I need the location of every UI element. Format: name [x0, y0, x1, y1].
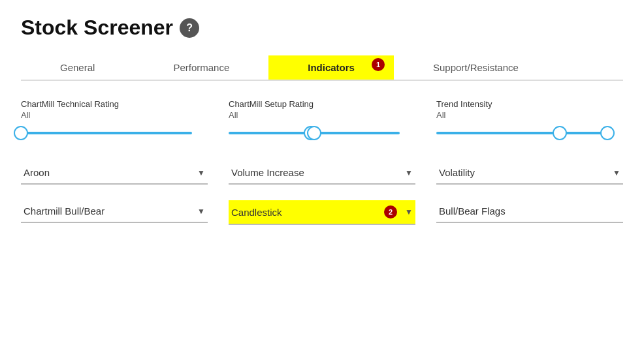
slider-chartmill-technical-rating: ChartMill Technical Rating All — [21, 99, 208, 141]
dropdown-aroon-arrow: ▼ — [197, 168, 205, 177]
tab-general[interactable]: General — [21, 55, 134, 80]
slider-chartmill-technical-rating-track[interactable] — [21, 125, 192, 141]
dropdown-chartmill-bull-bear-arrow: ▼ — [197, 207, 205, 216]
dropdowns-row1: Aroon ▼ Volume Increase ▼ Volatility ▼ — [21, 162, 623, 185]
tab-indicators[interactable]: Indicators 1 — [268, 55, 394, 80]
slider-chartmill-setup-rating-label: ChartMill Setup Rating — [229, 99, 400, 109]
slider-trend-intensity-track[interactable] — [436, 125, 607, 141]
slider-trend-intensity: Trend Intensity All — [436, 99, 623, 141]
col-spacer-1 — [208, 99, 229, 141]
col-spacer-2 — [415, 99, 436, 141]
slider-track-2 — [229, 132, 400, 134]
dropdown-chartmill-bull-bear-label: Chartmill Bull/Bear — [24, 205, 192, 217]
dropdown-volatility-arrow: ▼ — [613, 168, 620, 177]
help-icon[interactable]: ? — [180, 18, 199, 38]
dropdown-candlestick-badge: 2 — [384, 205, 397, 219]
tab-support-resistance[interactable]: Support/Resistance — [394, 55, 558, 80]
dropdown-chartmill-bull-bear[interactable]: Chartmill Bull/Bear ▼ — [21, 200, 208, 223]
dropdowns-row2: Chartmill Bull/Bear ▼ Candlestick 2 ▼ Bu… — [21, 200, 623, 225]
dropdown-volatility-label: Volatility — [439, 167, 607, 178]
slider-thumb-2b[interactable] — [307, 126, 321, 140]
dropdown-aroon[interactable]: Aroon ▼ — [21, 162, 208, 185]
main-page: Stock Screener ? General Performance Ind… — [0, 0, 644, 241]
slider-thumb-3a[interactable] — [553, 126, 567, 140]
dropdown-bull-bear-flags[interactable]: Bull/Bear Flags — [436, 200, 623, 223]
slider-chartmill-setup-rating-track[interactable] — [229, 125, 400, 141]
dropdown-candlestick-label: Candlestick — [231, 207, 384, 218]
dropdown-volume-increase-arrow: ▼ — [405, 168, 413, 177]
dropdown-candlestick[interactable]: Candlestick 2 ▼ — [229, 200, 415, 225]
col-spacer-4 — [415, 162, 436, 185]
col-spacer-6 — [415, 200, 436, 225]
col-spacer-5 — [208, 200, 229, 225]
dropdown-volatility[interactable]: Volatility ▼ — [436, 162, 623, 185]
dropdown-volume-increase-label: Volume Increase — [231, 167, 400, 178]
slider-trend-intensity-label: Trend Intensity — [436, 99, 607, 109]
slider-thumb-1a[interactable] — [14, 126, 28, 140]
page-title: Stock Screener — [21, 16, 173, 40]
dropdown-aroon-label: Aroon — [24, 167, 192, 178]
slider-chartmill-setup-rating: ChartMill Setup Rating All — [229, 99, 415, 141]
slider-chartmill-technical-rating-label: ChartMill Technical Rating — [21, 99, 192, 109]
dropdown-volatility-col: Volatility ▼ — [436, 162, 623, 185]
dropdown-bull-bear-flags-label: Bull/Bear Flags — [439, 205, 620, 217]
slider-track-1 — [21, 132, 192, 134]
dropdown-volume-increase-col: Volume Increase ▼ — [229, 162, 415, 185]
dropdown-chartmill-bull-bear-col: Chartmill Bull/Bear ▼ — [21, 200, 208, 225]
tab-indicators-badge: 1 — [372, 58, 385, 71]
dropdown-candlestick-col: Candlestick 2 ▼ — [229, 200, 415, 225]
dropdown-candlestick-arrow: ▼ — [405, 207, 413, 217]
dropdown-bull-bear-flags-col: Bull/Bear Flags — [436, 200, 623, 225]
sliders-section: ChartMill Technical Rating All ChartMill… — [21, 99, 623, 141]
slider-chartmill-technical-rating-value: All — [21, 110, 192, 120]
col-spacer-3 — [208, 162, 229, 185]
header: Stock Screener ? — [21, 16, 623, 40]
tab-performance[interactable]: Performance — [134, 55, 268, 80]
slider-chartmill-setup-rating-value: All — [229, 110, 400, 120]
slider-trend-intensity-value: All — [436, 110, 607, 120]
slider-thumb-3b[interactable] — [600, 126, 615, 140]
dropdown-volume-increase[interactable]: Volume Increase ▼ — [229, 162, 415, 185]
slider-track-3 — [436, 132, 607, 134]
dropdown-aroon-col: Aroon ▼ — [21, 162, 208, 185]
tabs-bar: General Performance Indicators 1 Support… — [21, 55, 623, 81]
